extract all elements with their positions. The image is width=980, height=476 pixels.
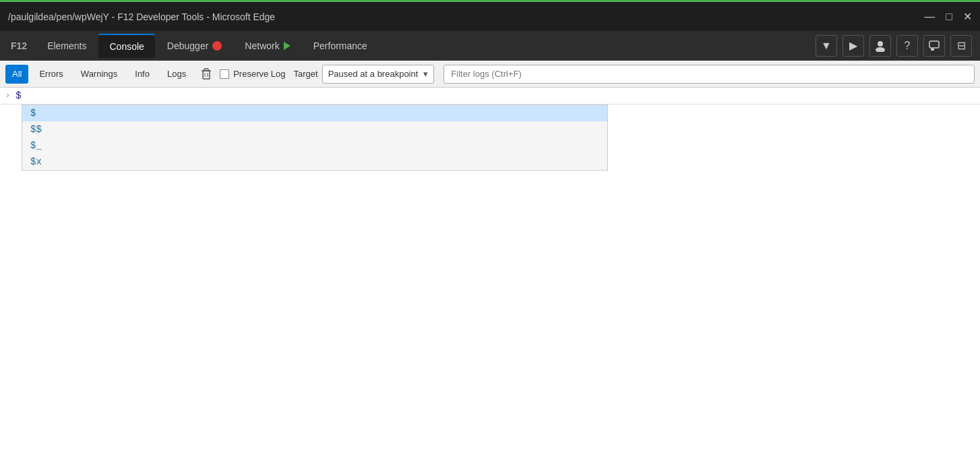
dropdown-chevron-icon: ▾ [423,69,428,79]
autocomplete-item-dollar-underscore[interactable]: $_ [22,138,607,154]
feedback-button[interactable] [923,35,945,57]
layout-button[interactable]: ⊟ [950,35,972,57]
close-button[interactable]: ✕ [963,11,972,22]
svg-point-1 [876,47,885,52]
feedback-icon [929,40,940,51]
clear-console-button[interactable] [197,65,216,84]
window-controls: — □ ✕ [924,11,972,22]
tab-f12[interactable]: F12 [3,34,35,58]
tab-bar: F12 Elements Console Debugger Network Pe… [0,31,980,61]
console-prompt: $ [16,90,21,101]
more-tools-button[interactable]: ▼ [816,35,837,57]
tab-debugger[interactable]: Debugger [156,34,233,58]
target-label: Target [294,69,318,79]
tab-network[interactable]: Network [234,34,301,58]
tab-elements[interactable]: Elements [36,34,97,58]
svg-point-0 [878,41,883,47]
svg-rect-2 [929,41,939,48]
autocomplete-dropdown: $ $$ $_ $x [22,105,608,171]
console-toolbar: All Errors Warnings Info Logs Preserve L… [0,61,980,88]
expand-chevron-icon[interactable]: › [5,91,10,100]
tab-performance[interactable]: Performance [303,34,378,58]
title-bar: /paulgildea/pen/wpWejY - F12 Developer T… [0,0,980,31]
window-title: /paulgildea/pen/wpWejY - F12 Developer T… [8,11,275,22]
autocomplete-item-dollar-x[interactable]: $x [22,154,607,170]
svg-rect-4 [203,71,210,79]
filter-errors-button[interactable]: Errors [32,65,69,84]
network-play-icon [284,42,290,50]
autocomplete-item-dollar-dollar[interactable]: $$ [22,121,607,138]
svg-rect-3 [931,49,934,51]
target-dropdown[interactable]: Paused at a breakpoint ▾ [322,65,435,84]
console-content: › $ $ $$ $_ $x [0,88,980,476]
user-icon [874,40,886,52]
autocomplete-item-dollar[interactable]: $ [22,105,607,121]
preserve-log-label: Preserve Log [233,65,285,84]
filter-info-button[interactable]: Info [128,65,156,84]
preserve-log-wrapper: Preserve Log [220,65,285,84]
user-icon-button[interactable] [869,35,891,57]
filter-warnings-button[interactable]: Warnings [74,65,124,84]
maximize-button[interactable]: □ [946,11,952,22]
minimize-button[interactable]: — [924,11,935,22]
filter-all-button[interactable]: All [5,65,28,84]
debugger-pause-icon [212,41,222,51]
preserve-log-checkbox[interactable] [220,69,229,79]
toolbar-right: ▼ ▶ ? ⊟ [816,35,977,57]
help-button[interactable]: ? [896,35,918,57]
trash-icon [201,68,212,80]
tab-console[interactable]: Console [98,34,154,58]
run-icon-button[interactable]: ▶ [843,35,864,57]
filter-logs-button[interactable]: Logs [160,65,193,84]
filter-input[interactable] [443,65,975,84]
console-input-line: › $ [0,88,980,105]
svg-rect-6 [204,69,208,71]
